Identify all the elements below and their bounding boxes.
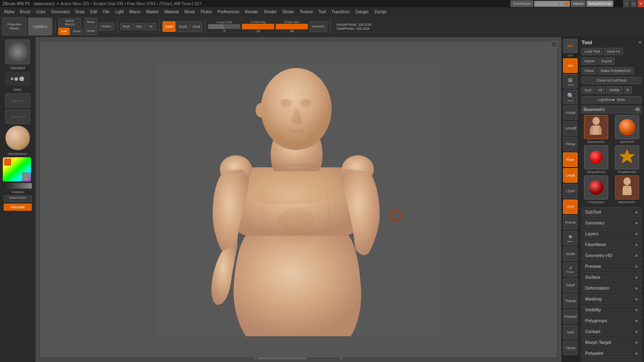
texture-preview[interactable]: Texture Off <box>5 109 30 124</box>
solo-button[interactable]: Solo <box>563 325 578 339</box>
move-button[interactable]: Move <box>85 18 97 26</box>
section-deformation[interactable]: Deformation ▶ <box>582 283 642 293</box>
menu-render[interactable]: Render <box>242 9 260 15</box>
menu-alpha[interactable]: Alpha <box>2 9 17 15</box>
background-color[interactable] <box>22 173 30 181</box>
subtool-basemesh1-2[interactable]: Basemesh1 <box>612 175 642 204</box>
menu-transform[interactable]: Transform <box>329 9 352 15</box>
menu-movie[interactable]: Movie <box>182 9 198 15</box>
subtool-polymesh3d[interactable]: PolyMesh3D <box>612 145 642 174</box>
edit-button[interactable]: Edit <box>58 28 70 35</box>
make-polymesh3d-button[interactable]: Make PolyMesh3D <box>598 67 634 74</box>
section-contact[interactable]: Contact ▶ <box>582 327 642 336</box>
section-preview[interactable]: Preview ▶ <box>582 261 642 271</box>
menu-tool[interactable]: Tool <box>316 9 328 15</box>
lightbox-button[interactable]: LightBox <box>28 18 52 35</box>
draw-size-slider[interactable]: Draw Size 64 <box>276 20 308 33</box>
save-as-button[interactable]: Save As <box>604 48 623 55</box>
import-button[interactable]: Import <box>582 58 598 65</box>
bpr-button[interactable]: BPR <box>563 39 578 53</box>
section-visibility[interactable]: Visibility ▶ <box>582 305 642 315</box>
subtool-basemesh1[interactable]: Basemesh1 <box>582 115 611 144</box>
focal-shift-track[interactable] <box>208 24 240 29</box>
menu-zscript[interactable]: Zscript <box>372 9 389 15</box>
menu-marker[interactable]: Marker <box>144 9 161 15</box>
rotate-button-rt[interactable]: ↺ Rotate <box>563 262 578 277</box>
menu-color[interactable]: Color <box>34 9 48 15</box>
menu-draw[interactable]: Draw <box>73 9 87 15</box>
subtool-sphere3d[interactable]: Sphere3D <box>612 115 642 144</box>
menu-file[interactable]: File <box>101 9 112 15</box>
persp-button[interactable]: Persp <box>563 137 578 151</box>
quicksave-button[interactable]: QuickSave <box>510 0 534 7</box>
menu-document[interactable]: Document <box>49 9 72 15</box>
menu-shader[interactable]: Shader <box>261 9 279 15</box>
section-masking[interactable]: Masking ▶ <box>582 294 642 304</box>
projection-master-button[interactable]: Projection Master <box>2 18 27 35</box>
menu-texture[interactable]: Texture <box>297 9 315 15</box>
scale-button-rt[interactable]: Scale <box>563 247 578 261</box>
floor-button[interactable]: Floor <box>563 152 578 167</box>
transp-button[interactable]: Transp <box>563 294 578 308</box>
switch-color-button[interactable]: SwitchColor <box>4 195 32 202</box>
menu-zplugin[interactable]: Zplugin <box>353 9 371 15</box>
export-button[interactable]: Export <box>599 58 615 65</box>
menu-stroke[interactable]: Stroke <box>280 9 297 15</box>
draw-size-track[interactable] <box>276 24 308 29</box>
section-fibermesh[interactable]: FiberMesh ▶ <box>582 240 642 249</box>
menu-brush[interactable]: Brush <box>18 9 33 15</box>
zsub-button[interactable]: Zsub <box>176 21 189 32</box>
gradient-bar[interactable] <box>4 183 32 189</box>
menu-material[interactable]: Material <box>162 9 182 15</box>
xyz-button[interactable]: XYZ <box>563 200 578 214</box>
color-picker[interactable] <box>3 157 33 181</box>
tpose-button[interactable]: Tpose <box>563 341 578 355</box>
section-layers[interactable]: Layers ▶ <box>582 229 642 239</box>
menu-light[interactable]: Light <box>113 9 126 15</box>
clone-button[interactable]: Clone <box>582 67 597 74</box>
lightbox-tools-button[interactable]: Lightbox► Tools <box>582 96 642 103</box>
all-button[interactable]: All <box>595 86 605 94</box>
aahalf-button[interactable]: AAHalf <box>563 121 578 136</box>
load-tool-button[interactable]: Load Tool <box>582 48 603 55</box>
section-morph-target[interactable]: Morph Target ▶ <box>582 337 642 347</box>
rotate-button[interactable]: Rotate <box>99 23 114 31</box>
clone-all-subtools-button[interactable]: Clone All SubTools <box>582 77 642 84</box>
minimize-button[interactable]: ─ <box>623 0 630 7</box>
menu-edit[interactable]: Edit <box>88 9 100 15</box>
spix-button[interactable]: SPix <box>563 58 578 73</box>
zout-button[interactable]: Zout <box>190 21 202 32</box>
stroke-preview[interactable] <box>5 72 30 86</box>
brush-preview[interactable] <box>5 39 30 64</box>
canvas-area[interactable]: ◀ ▶ <box>35 37 561 362</box>
section-uv-map[interactable]: UV Map ▶ <box>582 359 642 362</box>
z-intensity-slider[interactable]: Z Intensity 25 <box>242 20 274 33</box>
actual-button[interactable]: Actual <box>563 105 578 120</box>
frame-button[interactable]: Frame <box>563 215 578 230</box>
paused-button[interactable]: Paused <box>563 309 578 324</box>
visible-button[interactable]: Visible <box>606 86 622 94</box>
menu-preferences[interactable]: Preferences <box>215 9 242 15</box>
section-surface[interactable]: Surface ▶ <box>582 272 642 282</box>
z-intensity-track[interactable] <box>242 24 274 29</box>
foreground-color[interactable] <box>4 158 12 166</box>
focal-shift-slider[interactable]: Focal Shift 0 <box>208 21 240 33</box>
move-button-rt[interactable]: ✥ Move <box>563 231 578 245</box>
polyf-button[interactable]: PolyF <box>563 278 578 292</box>
subtool-polysphere[interactable]: PolySphere <box>582 175 611 204</box>
zscript-button[interactable]: DefaultZScript <box>586 0 613 7</box>
scroll-button[interactable]: ⊞ Scroll <box>563 74 578 88</box>
dynamic-button[interactable]: Dynamic <box>310 21 327 32</box>
subtool-simplebrush[interactable]: SimpleBrush <box>582 145 611 174</box>
see-through-button[interactable]: See-through 0 <box>534 1 570 7</box>
alpha-preview[interactable]: Alpha Off <box>5 93 30 108</box>
material-ball[interactable] <box>5 125 30 150</box>
zadd-button[interactable]: Zadd <box>163 21 176 32</box>
alternate-button[interactable]: Alternate <box>4 204 32 211</box>
section-polygroups[interactable]: Polygroups ▶ <box>582 316 642 325</box>
r-button[interactable]: R <box>624 86 632 94</box>
draw-button[interactable]: Draw <box>70 28 83 35</box>
zoom-button[interactable]: 🔍 Zoom <box>563 90 578 104</box>
section-subtool[interactable]: SubTool ▶ <box>582 207 642 217</box>
lsym-button[interactable]: LSym <box>563 184 578 198</box>
